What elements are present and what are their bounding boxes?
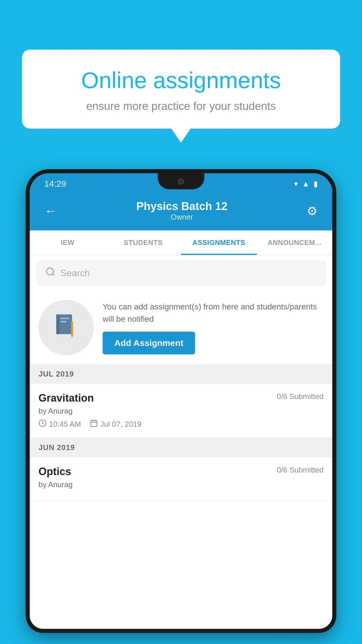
phone-wrapper: 14:29 ▾ ▲ ▮ ← Physics Batch 12 Owner ⚙ I… xyxy=(26,169,336,644)
assignment-item-gravitation[interactable]: Gravitation 0/6 Submitted by Anurag xyxy=(30,384,332,438)
assignment-time-value: 10:45 AM xyxy=(49,420,81,429)
assignment-name-optics: Optics xyxy=(38,466,71,478)
back-button[interactable]: ← xyxy=(44,204,57,218)
assignment-icon-circle xyxy=(38,300,94,355)
assignment-cta: You can add assignment(s) from here and … xyxy=(30,291,332,364)
search-bar[interactable]: Search xyxy=(37,261,325,285)
svg-point-0 xyxy=(47,268,54,275)
assignment-item-optics[interactable]: Optics 0/6 Submitted by Anurag xyxy=(30,457,332,501)
status-icons: ▾ ▲ ▮ xyxy=(294,179,318,188)
month-separator-jun: JUN 2019 xyxy=(30,438,332,457)
search-icon xyxy=(45,267,56,280)
speech-bubble: Online assignments ensure more practice … xyxy=(22,50,340,129)
signal-icon: ▲ xyxy=(302,179,310,188)
assignment-author-optics: by Anurag xyxy=(38,480,324,489)
tabs-bar: IEW STUDENTS ASSIGNMENTS ANNOUNCEM... xyxy=(30,230,332,255)
month-separator-jul: JUL 2019 xyxy=(30,364,332,384)
notebook-icon xyxy=(53,312,79,344)
assignment-date: Jul 07, 2019 xyxy=(90,419,142,429)
assignment-time: 10:45 AM xyxy=(38,419,81,429)
header-title-block: Physics Batch 12 Owner xyxy=(136,200,228,222)
header-subtitle: Owner xyxy=(136,213,228,222)
svg-rect-3 xyxy=(56,314,59,334)
assignment-cta-text: You can add assignment(s) from here and … xyxy=(103,301,324,354)
search-bar-container: Search xyxy=(30,255,332,291)
svg-rect-5 xyxy=(60,321,67,322)
svg-rect-6 xyxy=(71,321,73,334)
tab-students[interactable]: STUDENTS xyxy=(106,230,181,255)
tab-assignments[interactable]: ASSIGNMENTS xyxy=(181,230,257,255)
assignment-item-header-optics: Optics 0/6 Submitted xyxy=(38,466,324,478)
speech-bubble-subtitle: ensure more practice for your students xyxy=(45,100,317,113)
settings-button[interactable]: ⚙ xyxy=(307,204,318,218)
svg-line-1 xyxy=(52,274,55,276)
tab-announcements[interactable]: ANNOUNCEM... xyxy=(257,230,333,255)
svg-rect-9 xyxy=(91,421,97,427)
battery-icon: ▮ xyxy=(314,179,318,188)
tab-iew[interactable]: IEW xyxy=(30,230,106,255)
speech-bubble-title: Online assignments xyxy=(45,67,317,94)
assignment-cta-description: You can add assignment(s) from here and … xyxy=(103,301,324,325)
speech-bubble-container: Online assignments ensure more practice … xyxy=(22,50,340,129)
front-camera xyxy=(178,178,184,185)
header-title: Physics Batch 12 xyxy=(136,200,228,213)
phone-outer: 14:29 ▾ ▲ ▮ ← Physics Batch 12 Owner ⚙ I… xyxy=(26,169,336,633)
assignment-item-header: Gravitation 0/6 Submitted xyxy=(38,392,324,404)
app-header: ← Physics Batch 12 Owner ⚙ xyxy=(30,194,332,230)
wifi-icon: ▾ xyxy=(294,179,298,188)
assignment-submitted-optics: 0/6 Submitted xyxy=(277,466,324,475)
assignment-date-value: Jul 07, 2019 xyxy=(100,420,142,429)
svg-marker-7 xyxy=(71,334,73,338)
clock-icon xyxy=(38,419,47,429)
calendar-icon xyxy=(90,419,98,429)
phone-screen: 14:29 ▾ ▲ ▮ ← Physics Batch 12 Owner ⚙ I… xyxy=(30,173,332,629)
search-placeholder: Search xyxy=(60,268,90,279)
assignment-author: by Anurag xyxy=(38,407,324,416)
assignment-name: Gravitation xyxy=(38,392,94,404)
phone-notch xyxy=(158,173,204,189)
assignment-submitted: 0/6 Submitted xyxy=(277,392,324,401)
status-time: 14:29 xyxy=(44,179,66,189)
svg-rect-4 xyxy=(60,318,70,319)
assignment-meta: 10:45 AM Jul 07, 201 xyxy=(38,419,324,429)
add-assignment-button[interactable]: Add Assignment xyxy=(103,332,195,354)
screen-content: Search xyxy=(30,255,332,621)
